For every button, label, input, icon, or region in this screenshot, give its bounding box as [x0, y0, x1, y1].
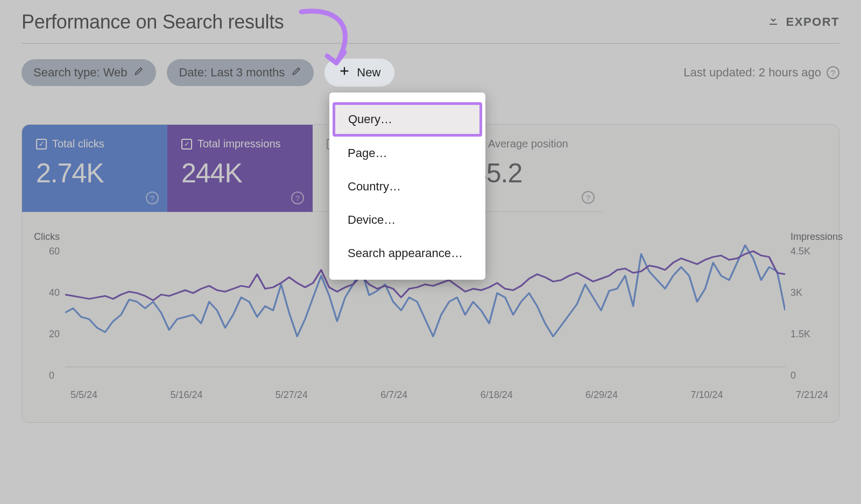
- download-icon: [767, 14, 780, 30]
- x-axis: 5/5/245/16/245/27/246/7/246/18/246/29/24…: [22, 382, 839, 401]
- metric-total-impressions[interactable]: ✓ Total impressions 244K ?: [167, 125, 313, 212]
- page-title: Performance on Search results: [22, 11, 284, 33]
- header-divider: [22, 43, 839, 44]
- filter-chip-new[interactable]: New: [324, 59, 394, 87]
- filter-chip-new-label: New: [357, 66, 380, 80]
- help-icon[interactable]: ?: [146, 191, 159, 204]
- y-tick: 20: [49, 329, 60, 340]
- metric-value: 244K: [181, 158, 301, 189]
- y-tick: 0: [791, 370, 810, 381]
- x-tick: 5/27/24: [276, 389, 308, 401]
- x-tick: 5/16/24: [170, 389, 202, 401]
- pencil-icon: [291, 66, 302, 80]
- plus-icon: [338, 65, 350, 80]
- y-tick: 3K: [791, 287, 810, 299]
- dropdown-item-device[interactable]: Device…: [329, 203, 485, 237]
- filter-chip-label: Search type: Web: [33, 66, 127, 80]
- dropdown-item-query[interactable]: Query…: [333, 102, 482, 137]
- x-tick: 6/18/24: [481, 389, 513, 401]
- filter-chip-label: Date: Last 3 months: [179, 66, 285, 80]
- x-tick: 5/5/24: [70, 389, 97, 401]
- y-tick: 1.5K: [791, 329, 810, 340]
- filter-chip-search-type[interactable]: Search type: Web: [22, 59, 156, 86]
- last-updated-text: Last updated: 2 hours ago: [683, 66, 821, 80]
- x-tick: 6/29/24: [585, 389, 618, 401]
- export-label: EXPORT: [786, 15, 839, 29]
- x-tick: 6/7/24: [380, 389, 407, 401]
- filter-chip-date[interactable]: Date: Last 3 months: [167, 59, 314, 86]
- y-tick: 0: [49, 370, 60, 381]
- help-icon[interactable]: ?: [291, 191, 304, 204]
- checkbox-icon: ✓: [36, 139, 47, 150]
- dropdown-item-country[interactable]: Country…: [329, 170, 485, 203]
- checkbox-icon: ✓: [181, 139, 192, 150]
- metric-label: Total clicks: [52, 138, 104, 150]
- y-tick: 60: [49, 246, 60, 257]
- y-axis-right-label: Impressions: [791, 231, 843, 243]
- metric-value: 2.74K: [36, 158, 156, 189]
- help-icon[interactable]: ?: [827, 66, 839, 79]
- y-tick: 40: [49, 287, 60, 299]
- metric-value: 35.2: [472, 158, 591, 189]
- x-tick: 7/10/24: [691, 389, 723, 401]
- help-icon[interactable]: ?: [582, 191, 595, 204]
- metric-label: Average position: [488, 138, 568, 150]
- y-tick: 4.5K: [791, 246, 810, 257]
- x-tick: 7/21/24: [796, 389, 828, 401]
- new-filter-dropdown: Query…Page…Country…Device…Search appeara…: [329, 93, 485, 280]
- metric-total-clicks[interactable]: ✓ Total clicks 2.74K ?: [22, 125, 167, 212]
- y-axis-left-label: Clicks: [34, 231, 60, 243]
- metric-label: Total impressions: [197, 138, 281, 150]
- export-button[interactable]: EXPORT: [767, 14, 839, 30]
- last-updated: Last updated: 2 hours ago ?: [683, 66, 839, 80]
- dropdown-item-page[interactable]: Page…: [329, 137, 485, 170]
- pencil-icon: [133, 66, 144, 80]
- dropdown-item-searchappearance[interactable]: Search appearance…: [329, 237, 485, 270]
